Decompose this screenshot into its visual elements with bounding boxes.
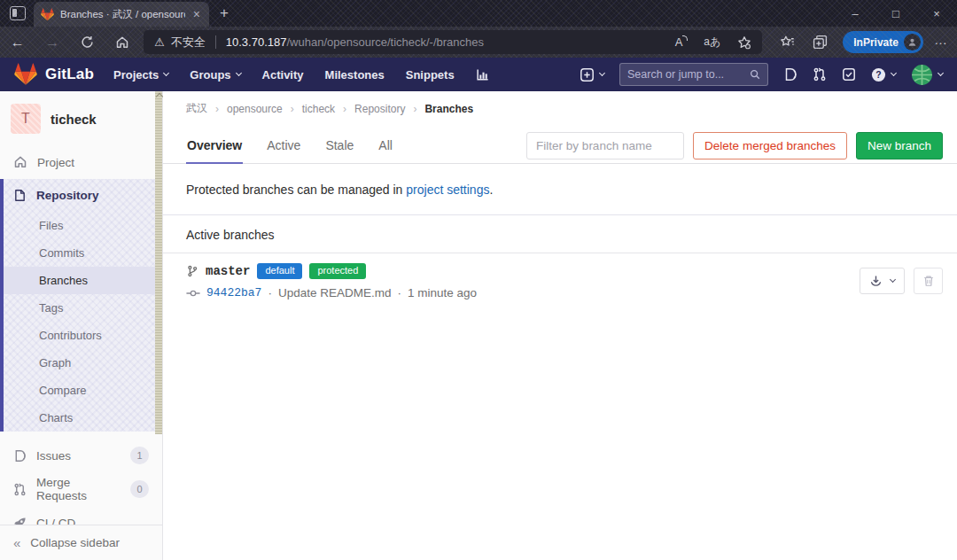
breadcrumb-project[interactable]: ticheck [302,103,335,115]
sidebar-item-charts[interactable]: Charts [4,404,162,432]
issues-count-badge: 1 [130,447,149,464]
profile-avatar [904,34,921,51]
url-divider [215,35,216,49]
chevron-down-icon [599,70,605,76]
read-aloud-icon[interactable]: A [675,35,688,49]
favorites-icon[interactable] [780,35,795,50]
chevron-down-icon [890,276,896,283]
global-search[interactable] [619,63,768,86]
nav-snippets[interactable]: Snippets [406,68,455,82]
todos-nav-icon[interactable] [842,67,856,82]
new-branch-button[interactable]: New branch [856,132,943,159]
tab-workspace-icon[interactable] [10,6,26,20]
sidebar-item-graph[interactable]: Graph [4,349,162,377]
commit-sha-link[interactable]: 94422ba7 [206,286,261,299]
browser-menu-icon[interactable]: … [934,32,948,47]
back-icon[interactable]: ← [0,35,35,51]
protected-badge: protected [309,263,366,279]
nav-projects[interactable]: Projects [113,68,168,82]
not-secure-warning-icon: ⚠ [154,35,165,49]
inprivate-badge[interactable]: InPrivate [843,31,923,53]
browser-tab[interactable]: Branches · 武汉 / opensource / t × [34,2,209,27]
user-avatar-menu[interactable] [911,64,943,86]
tab-active[interactable]: Active [266,128,301,164]
global-search-input[interactable] [627,68,750,81]
collapse-sidebar-button[interactable]: « Collapse sidebar [0,525,162,560]
delete-merged-branches-button[interactable]: Delete merged branches [693,132,847,159]
help-menu[interactable]: ? [871,67,896,82]
sidebar-item-merge-requests[interactable]: Merge Requests 0 [0,472,162,506]
nav-milestones[interactable]: Milestones [325,68,385,82]
sidebar-item-files[interactable]: Files [4,212,162,239]
new-tab-button[interactable]: + [220,4,229,27]
tab-close-icon[interactable]: × [191,8,202,20]
tab-overview[interactable]: Overview [186,128,243,164]
merge-requests-count-badge: 0 [130,480,149,498]
collections-icon[interactable] [813,35,828,50]
nav-activity[interactable]: Activity [262,68,304,82]
add-favorite-icon[interactable] [737,35,751,50]
translate-icon[interactable]: aあ [704,35,720,50]
sidebar-section-repository: Repository Files Commits Branches Tags C… [0,179,162,432]
commit-message[interactable]: Update README.md [278,286,392,299]
url-bar[interactable]: ⚠ 不安全 10.3.70.187 /wuhan/opensource/tich… [144,30,762,54]
breadcrumb: 武汉 › opensource › ticheck › Repository ›… [186,101,943,116]
refresh-icon[interactable] [70,35,105,49]
sidebar-item-project[interactable]: Project [0,145,162,179]
protected-branches-note: Protected branches can be managed in pro… [186,183,943,197]
sidebar-item-commits[interactable]: Commits [4,239,162,267]
issues-nav-icon[interactable] [783,67,798,82]
tab-all[interactable]: All [377,128,393,164]
delete-branch-button[interactable] [914,268,943,294]
nav-groups[interactable]: Groups [190,68,240,82]
collapse-icon: « [13,535,20,550]
chevron-down-icon [236,70,242,76]
inprivate-label: InPrivate [853,36,899,49]
gitlab-favicon [41,8,54,21]
charts-icon[interactable] [476,68,489,82]
branch-name[interactable]: master [206,264,250,278]
issues-icon [13,449,27,463]
gitlab-brand-name[interactable]: GitLab [45,66,94,83]
gitlab-navbar: GitLab Projects Groups Activity Mileston… [0,58,957,91]
sidebar-item-branches[interactable]: Branches [4,267,162,294]
sidebar-item-tags[interactable]: Tags [4,294,162,322]
window-controls: – □ × [835,0,957,27]
home-icon [13,155,27,169]
not-secure-label[interactable]: 不安全 [171,35,206,51]
breadcrumb-repository[interactable]: Repository [354,103,405,115]
sidebar-scrollbar[interactable] [155,91,162,434]
home-icon[interactable] [105,35,141,50]
window-maximize-button[interactable]: □ [875,0,916,27]
sidebar-item-contributors[interactable]: Contributors [4,322,162,349]
project-name: ticheck [51,112,97,127]
tab-title: Branches · 武汉 / opensource / t [60,8,185,21]
filter-branch-input[interactable] [526,132,684,159]
sidebar-item-compare[interactable]: Compare [4,377,162,404]
breadcrumb-group[interactable]: 武汉 [186,101,207,116]
commit-icon [186,288,200,299]
commit-time: 1 minute ago [408,286,477,299]
project-sidebar: T ticheck Project Repository Files Com [0,91,163,560]
new-menu-button[interactable] [580,67,604,82]
browser-addressbar: ← → ⚠ 不安全 10.3.70.187 /wuhan/opensource/… [0,27,957,58]
breadcrumb-subgroup[interactable]: opensource [227,103,283,115]
forward-icon[interactable]: → [35,35,71,51]
gitlab-logo[interactable]: GitLab [14,63,94,86]
main-content: 武汉 › opensource › ticheck › Repository ›… [163,91,957,560]
chevron-down-icon [891,70,897,76]
project-settings-link[interactable]: project settings [406,183,489,197]
tab-stale[interactable]: Stale [324,128,354,164]
download-branch-button[interactable] [860,268,905,294]
url-path: /wuhan/opensource/ticheck/-/branches [286,35,484,49]
user-avatar [911,64,933,86]
default-badge: default [257,263,302,279]
sidebar-item-repository[interactable]: Repository [4,179,162,212]
merge-requests-nav-icon[interactable] [813,67,827,82]
project-header[interactable]: T ticheck [0,91,162,145]
sidebar-item-issues[interactable]: Issues 1 [0,439,162,472]
window-minimize-button[interactable]: – [835,0,875,27]
window-close-button[interactable]: × [916,0,957,27]
chevron-down-icon [938,70,944,76]
trash-icon [922,275,935,287]
